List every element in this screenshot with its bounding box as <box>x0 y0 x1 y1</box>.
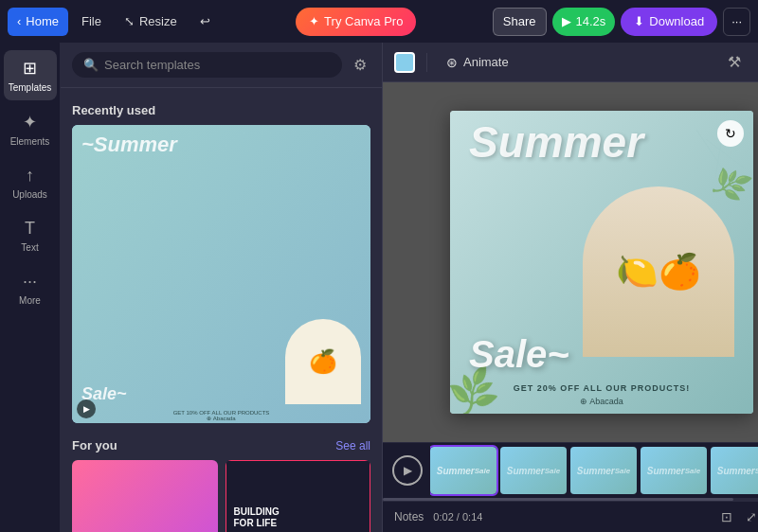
slide-5-preview: SummerSale <box>711 447 758 494</box>
try-canva-button[interactable]: ✦ Try Canva Pro <box>296 8 416 36</box>
timeline-slide-3[interactable]: SummerSale <box>570 447 637 494</box>
undo-button[interactable]: ↩ <box>190 8 220 36</box>
sidebar-nav: ⊞ Templates ✦ Elements ↑ Uploads T Text … <box>0 43 61 532</box>
download-icon: ⬇ <box>634 14 644 28</box>
filter-icon: ⚙ <box>353 57 367 73</box>
building-for-life-thumb[interactable]: BUILDINGFOR LIFE Abacada Builders ▶ <box>226 460 371 532</box>
filter-button[interactable]: ⚙ <box>350 52 370 78</box>
resize-button[interactable]: ⤡ Resize <box>115 8 187 36</box>
sidebar-item-more[interactable]: ··· More <box>4 264 57 313</box>
for-you-header: For you See all <box>72 438 370 452</box>
text-icon: T <box>25 219 35 239</box>
lock-button[interactable]: 🔒 <box>752 49 758 75</box>
download-button[interactable]: ⬇ Download <box>621 8 717 36</box>
recently-used-title: Recently used <box>72 103 155 117</box>
share-button[interactable]: Share <box>493 8 547 36</box>
fit-screen-icon: ⊡ <box>721 509 732 524</box>
sidebar-item-uploads[interactable]: ↑ Uploads <box>4 158 57 207</box>
see-all-button[interactable]: See all <box>335 439 370 452</box>
search-icon: 🔍 <box>83 58 99 72</box>
timeline-scrollbar[interactable] <box>383 498 758 501</box>
uploads-icon: ↑ <box>26 166 34 186</box>
fit-screen-button[interactable]: ⊡ <box>718 506 735 527</box>
summer-sale-recent-img: ~Summer 🍊 Sale~ GET 10% OFF ALL OUR PROD… <box>72 125 370 423</box>
more-options-button[interactable]: ··· <box>723 8 750 36</box>
templates-scroll[interactable]: Recently used ~Summer 🍊 Sale~ GET 10% OF… <box>61 88 382 532</box>
timeline-slide-2[interactable]: SummerSale <box>500 447 567 494</box>
sidebar-item-text[interactable]: T Text <box>4 211 57 260</box>
slide-3-preview: SummerSale <box>570 447 637 494</box>
timeline-slide-1[interactable]: SummerSale <box>430 447 496 494</box>
recently-used-section: ~Summer 🍊 Sale~ GET 10% OFF ALL OUR PROD… <box>72 125 370 423</box>
topbar: ‹ Home File ⤡ Resize ↩ ✦ Try Canva Pro S… <box>0 0 758 43</box>
resize-icon: ⤡ <box>124 14 135 28</box>
timeline-slide-5[interactable]: SummerSale <box>711 447 758 494</box>
home-button[interactable]: ‹ Home <box>8 8 68 36</box>
play-button[interactable]: ▶ <box>392 455 423 486</box>
summer-arch-inner: 🍋🍊 <box>583 186 734 357</box>
notes-button[interactable]: Notes <box>394 510 424 523</box>
toolbar-separator <box>426 53 427 72</box>
canva-star-icon: ✦ <box>309 14 319 28</box>
more-dots-icon: ··· <box>731 14 742 28</box>
playground-fashion-thumb[interactable]: playground fashion COMPETITIVE EVENTS <box>72 460 218 532</box>
canvas-toolbar: ⊛ Animate ⚒ 🔒 🗑 <box>383 43 758 82</box>
for-you-title: For you <box>72 438 117 452</box>
brand-text: ⊕ Abacada <box>450 397 753 406</box>
animate-button[interactable]: ⊛ Animate <box>439 51 516 74</box>
fullscreen-button[interactable]: ⤢ <box>743 506 758 527</box>
timeline-area: ▶ SummerSale SummerSale SummerSale Summe… <box>383 443 758 498</box>
bottom-controls: Notes 0:02 / 0:14 ⊡ ⤢ 47% ? <box>383 501 758 532</box>
topbar-center: ✦ Try Canva Pro <box>224 8 489 36</box>
canvas-area: ⊛ Animate ⚒ 🔒 🗑 <box>383 43 758 532</box>
sidebar-item-elements[interactable]: ✦ Elements <box>4 104 57 154</box>
color-swatch[interactable] <box>394 52 415 73</box>
slide-1-preview: SummerSale <box>430 447 496 494</box>
bottom-bar: ▶ SummerSale SummerSale SummerSale Summe… <box>383 442 758 532</box>
main-area: ⊞ Templates ✦ Elements ↑ Uploads T Text … <box>0 43 758 532</box>
sale-text: Sale~ <box>469 333 569 376</box>
elements-icon: ✦ <box>23 112 37 133</box>
timeline-thumbs: SummerSale SummerSale SummerSale SummerS… <box>430 443 758 498</box>
slide-4-preview: SummerSale <box>641 447 707 494</box>
summer-sale-recent-thumb[interactable]: ~Summer 🍊 Sale~ GET 10% OFF ALL OUR PROD… <box>72 125 370 423</box>
undo-icon: ↩ <box>200 14 210 28</box>
topbar-right: Share ▶ 14.2s ⬇ Download ··· <box>493 8 750 36</box>
recently-used-header: Recently used <box>72 103 370 117</box>
thumb-play-icon: ▶ <box>77 399 96 418</box>
play-button-icon: ▶ <box>404 464 412 477</box>
building-for-life-img: BUILDINGFOR LIFE Abacada Builders ▶ <box>226 460 371 532</box>
animate-icon: ⊛ <box>446 55 458 70</box>
time-display: 0:02 / 0:14 <box>433 511 482 523</box>
search-bar: 🔍 ⚙ <box>61 43 382 88</box>
timeline-slide-4[interactable]: SummerSale <box>641 447 707 494</box>
for-you-grid: playground fashion COMPETITIVE EVENTS BU… <box>72 460 370 532</box>
tool1-icon: ⚒ <box>728 54 741 70</box>
refresh-button[interactable]: ↻ <box>717 120 744 147</box>
search-input-wrap[interactable]: 🔍 <box>72 52 342 78</box>
tool1-button[interactable]: ⚒ <box>724 49 745 75</box>
playground-fashion-img: playground fashion COMPETITIVE EVENTS <box>72 460 218 532</box>
canvas-content[interactable]: Summer 🌿 🌿 🍋🍊 Sale~ GET 20% OFF ALL OUR … <box>383 82 758 442</box>
fullscreen-icon: ⤢ <box>746 509 757 524</box>
home-arrow-icon: ‹ <box>17 14 21 28</box>
timeline-scrollbar-thumb <box>383 498 733 501</box>
summer-title-text: Summer <box>469 120 643 164</box>
search-input[interactable] <box>104 58 331 72</box>
templates-panel: 🔍 ⚙ Recently used ~Summer 🍊 Sale~ <box>61 43 383 532</box>
toolbar-right-icons: ⚒ 🔒 🗑 <box>724 49 758 75</box>
slide-2-preview: SummerSale <box>500 447 567 494</box>
discount-text: GET 20% OFF ALL OUR PRODUCTS! <box>450 383 753 393</box>
bottom-right-controls: ⊡ ⤢ 47% ? <box>718 506 758 527</box>
fruit-emoji: 🍋🍊 <box>616 252 701 292</box>
file-button[interactable]: File <box>72 8 111 36</box>
more-icon: ··· <box>23 272 37 292</box>
play-icon: ▶ <box>562 14 571 28</box>
sidebar-item-templates[interactable]: ⊞ Templates <box>4 50 57 100</box>
templates-icon: ⊞ <box>23 58 37 79</box>
timer-button[interactable]: ▶ 14.2s <box>552 8 616 36</box>
summer-arch: 🍋🍊 <box>583 186 734 357</box>
summer-sale-card[interactable]: Summer 🌿 🌿 🍋🍊 Sale~ GET 20% OFF ALL OUR … <box>450 111 753 414</box>
